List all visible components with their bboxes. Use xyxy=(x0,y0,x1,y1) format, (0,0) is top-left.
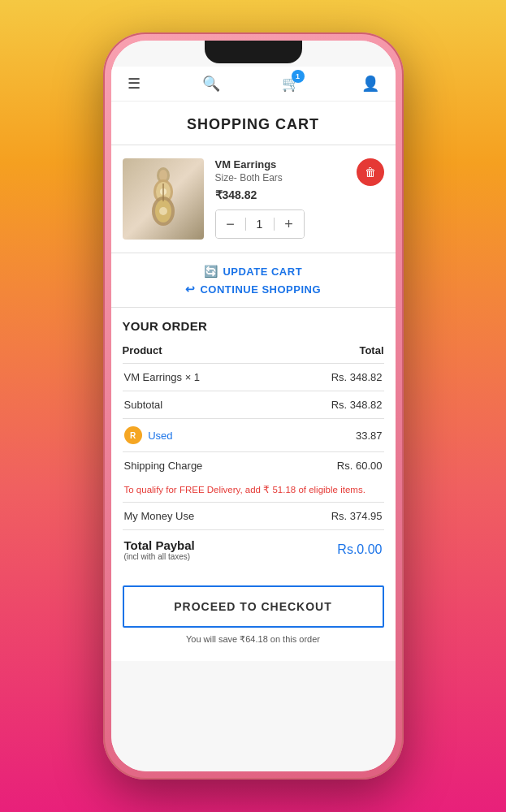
update-icon: 🔄 xyxy=(204,265,218,278)
col-total-header: Total xyxy=(279,344,383,364)
phone-notch xyxy=(205,41,302,63)
order-section: YOUR ORDER Product Total VM Earrings × 1 xyxy=(111,308,396,574)
total-label: Total Paybal (incl with all taxes) xyxy=(123,530,274,570)
svg-rect-10 xyxy=(127,161,200,238)
navbar: ☰ 🔍 🛒 1 👤 xyxy=(111,67,396,102)
quantity-control: − 1 + xyxy=(215,209,305,239)
reward-row: R Used 33.87 xyxy=(123,419,384,452)
quantity-value: 1 xyxy=(245,218,275,231)
reward-label: Used xyxy=(148,430,172,442)
shipping-label: Shipping Charge xyxy=(123,452,280,480)
checkout-button[interactable]: PROCEED TO CHECKOUT xyxy=(123,585,384,628)
cart-item: VM Earrings Size- Both Ears ₹348.82 🗑 − … xyxy=(111,145,396,253)
shipping-row: Shipping Charge Rs. 60.00 xyxy=(123,452,384,480)
my-money-row: My Money Use Rs. 374.95 xyxy=(123,503,384,530)
checkout-section: PROCEED TO CHECKOUT You will save ₹64.18… xyxy=(111,574,396,661)
continue-shopping-label: CONTINUE SHOPPING xyxy=(200,283,321,296)
reward-icon: R xyxy=(124,426,142,444)
free-delivery-note: To qualify for FREE Delivery, add ₹ 51.1… xyxy=(123,479,384,502)
money-table: My Money Use Rs. 374.95 Total Paybal (in… xyxy=(123,502,384,569)
my-money-label: My Money Use xyxy=(123,503,274,530)
search-icon[interactable]: 🔍 xyxy=(202,75,220,93)
user-icon[interactable]: 👤 xyxy=(361,75,379,93)
total-value: Rs.0.00 xyxy=(273,530,383,570)
item-details: VM Earrings Size- Both Ears ₹348.82 🗑 − … xyxy=(215,158,384,239)
quantity-increase[interactable]: + xyxy=(275,210,304,238)
continue-icon: ↩ xyxy=(185,283,196,296)
subtotal-value: Rs. 348.82 xyxy=(279,391,383,419)
phone-frame: ☰ 🔍 🛒 1 👤 SHOPPING CART xyxy=(103,32,404,780)
menu-icon[interactable]: ☰ xyxy=(128,75,141,93)
row-value: Rs. 348.82 xyxy=(279,364,383,391)
update-cart-link[interactable]: 🔄 UPDATE CART xyxy=(204,265,302,278)
quantity-decrease[interactable]: − xyxy=(216,210,245,238)
action-links: 🔄 UPDATE CART ↩ CONTINUE SHOPPING xyxy=(111,253,396,308)
reward-cell: R Used xyxy=(123,419,280,452)
order-title: YOUR ORDER xyxy=(123,319,384,333)
total-row: Total Paybal (incl with all taxes) Rs.0.… xyxy=(123,530,384,570)
product-image xyxy=(123,158,204,240)
phone-screen: ☰ 🔍 🛒 1 👤 SHOPPING CART xyxy=(111,41,396,771)
shipping-value: Rs. 60.00 xyxy=(279,452,383,480)
total-sublabel: (incl with all taxes) xyxy=(124,552,272,561)
continue-shopping-link[interactable]: ↩ CONTINUE SHOPPING xyxy=(185,283,321,296)
screen-content: ☰ 🔍 🛒 1 👤 SHOPPING CART xyxy=(111,41,396,771)
page-title: SHOPPING CART xyxy=(111,102,396,145)
col-product-header: Product xyxy=(123,344,280,364)
main-content: SHOPPING CART xyxy=(111,102,396,661)
delete-button[interactable]: 🗑 xyxy=(357,158,384,186)
reward-value: 33.87 xyxy=(279,419,383,452)
order-table: Product Total VM Earrings × 1 Rs. 348.82… xyxy=(123,344,384,479)
cart-badge: 1 xyxy=(292,70,305,83)
cart-icon[interactable]: 🛒 1 xyxy=(282,75,300,93)
table-row: VM Earrings × 1 Rs. 348.82 xyxy=(123,364,384,391)
my-money-value: Rs. 374.95 xyxy=(273,503,383,530)
subtotal-label: Subtotal xyxy=(123,391,280,419)
row-label: VM Earrings × 1 xyxy=(123,364,280,391)
update-cart-label: UPDATE CART xyxy=(223,266,302,278)
save-note: You will save ₹64.18 on this order xyxy=(123,628,384,656)
table-row: Subtotal Rs. 348.82 xyxy=(123,391,384,419)
item-price: ₹348.82 xyxy=(215,188,384,201)
